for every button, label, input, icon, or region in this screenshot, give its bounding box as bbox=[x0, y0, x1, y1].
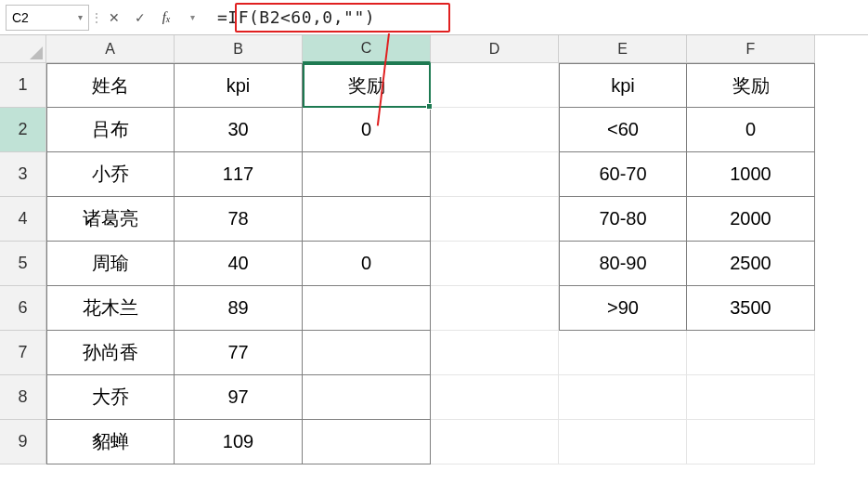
cell-B9[interactable]: 109 bbox=[175, 420, 303, 464]
cell-A1[interactable]: 姓名 bbox=[46, 63, 175, 108]
cell-B1[interactable]: kpi bbox=[175, 63, 303, 108]
cell-B8[interactable]: 97 bbox=[175, 375, 303, 420]
cell-C8[interactable] bbox=[303, 375, 431, 420]
cell-E8[interactable] bbox=[559, 375, 687, 420]
row-header-9[interactable]: 9 bbox=[0, 420, 46, 464]
cell-B7[interactable]: 77 bbox=[175, 331, 303, 375]
spreadsheet-grid[interactable]: A B C D E F 1 姓名 kpi 奖励 kpi 奖励 2 吕布 30 0… bbox=[0, 35, 868, 464]
fx-icon[interactable]: fx bbox=[156, 7, 176, 28]
cell-F5[interactable]: 2500 bbox=[687, 242, 815, 286]
cell-A2[interactable]: 吕布 bbox=[46, 108, 175, 152]
cell-C4[interactable] bbox=[303, 197, 431, 242]
cell-A5[interactable]: 周瑜 bbox=[46, 242, 175, 286]
cell-E1[interactable]: kpi bbox=[559, 63, 687, 108]
formula-text: =IF(B2<60,0,"") bbox=[217, 7, 375, 27]
cell-A6[interactable]: 花木兰 bbox=[46, 286, 175, 331]
col-header-D[interactable]: D bbox=[431, 35, 559, 63]
cell-F1[interactable]: 奖励 bbox=[687, 63, 815, 108]
cell-F9[interactable] bbox=[687, 420, 815, 464]
col-header-C[interactable]: C bbox=[303, 35, 431, 63]
cell-D9[interactable] bbox=[431, 420, 559, 464]
cell-E5[interactable]: 80-90 bbox=[559, 242, 687, 286]
row-header-8[interactable]: 8 bbox=[0, 375, 46, 420]
cancel-icon[interactable]: ✕ bbox=[104, 7, 124, 28]
cell-C6[interactable] bbox=[303, 286, 431, 331]
cell-A3[interactable]: 小乔 bbox=[46, 152, 175, 197]
cell-C3[interactable] bbox=[303, 152, 431, 197]
cell-C7[interactable] bbox=[303, 331, 431, 375]
cell-B3[interactable]: 117 bbox=[175, 152, 303, 197]
cell-A9[interactable]: 貂蝉 bbox=[46, 420, 175, 464]
row-header-6[interactable]: 6 bbox=[0, 286, 46, 331]
cell-D6[interactable] bbox=[431, 286, 559, 331]
col-header-A[interactable]: A bbox=[46, 35, 175, 63]
cell-F8[interactable] bbox=[687, 375, 815, 420]
cell-E7[interactable] bbox=[559, 331, 687, 375]
confirm-icon[interactable]: ✓ bbox=[130, 7, 150, 28]
row-header-7[interactable]: 7 bbox=[0, 331, 46, 375]
cell-E4[interactable]: 70-80 bbox=[559, 197, 687, 242]
cell-D4[interactable] bbox=[431, 197, 559, 242]
name-box[interactable]: C2 ▾ bbox=[6, 5, 89, 31]
cell-D2[interactable] bbox=[431, 108, 559, 152]
cell-D7[interactable] bbox=[431, 331, 559, 375]
row-header-2[interactable]: 2 bbox=[0, 108, 46, 152]
cell-C1[interactable]: 奖励 bbox=[303, 63, 431, 108]
select-all-corner[interactable] bbox=[0, 35, 46, 63]
row-header-1[interactable]: 1 bbox=[0, 63, 46, 108]
cell-B2[interactable]: 30 bbox=[175, 108, 303, 152]
cell-D3[interactable] bbox=[431, 152, 559, 197]
cell-E6[interactable]: >90 bbox=[559, 286, 687, 331]
col-header-B[interactable]: B bbox=[175, 35, 303, 63]
separator-icon: ⋮ bbox=[95, 8, 98, 27]
cell-E2[interactable]: <60 bbox=[559, 108, 687, 152]
cell-A8[interactable]: 大乔 bbox=[46, 375, 175, 420]
cell-D1[interactable] bbox=[431, 63, 559, 108]
cell-F6[interactable]: 3500 bbox=[687, 286, 815, 331]
name-box-value: C2 bbox=[12, 10, 29, 25]
cell-B4[interactable]: 78 bbox=[175, 197, 303, 242]
chevron-down-icon[interactable]: ▾ bbox=[182, 7, 202, 28]
cell-F4[interactable]: 2000 bbox=[687, 197, 815, 242]
col-header-F[interactable]: F bbox=[687, 35, 815, 63]
chevron-down-icon[interactable]: ▾ bbox=[78, 12, 83, 22]
cell-D8[interactable] bbox=[431, 375, 559, 420]
cell-E3[interactable]: 60-70 bbox=[559, 152, 687, 197]
cell-B5[interactable]: 40 bbox=[175, 242, 303, 286]
col-header-E[interactable]: E bbox=[559, 35, 687, 63]
row-header-3[interactable]: 3 bbox=[0, 152, 46, 197]
cell-A7[interactable]: 孙尚香 bbox=[46, 331, 175, 375]
cell-D5[interactable] bbox=[431, 242, 559, 286]
cell-F2[interactable]: 0 bbox=[687, 108, 815, 152]
cell-F7[interactable] bbox=[687, 331, 815, 375]
cell-C5[interactable]: 0 bbox=[303, 242, 431, 286]
row-header-4[interactable]: 4 bbox=[0, 197, 46, 242]
cell-A4[interactable]: 诸葛亮 bbox=[46, 197, 175, 242]
cell-C9[interactable] bbox=[303, 420, 431, 464]
cell-E9[interactable] bbox=[559, 420, 687, 464]
cell-C2[interactable]: 0 bbox=[303, 108, 431, 152]
row-header-5[interactable]: 5 bbox=[0, 242, 46, 286]
cell-B6[interactable]: 89 bbox=[175, 286, 303, 331]
cell-F3[interactable]: 1000 bbox=[687, 152, 815, 197]
formula-bar: C2 ▾ ⋮ ✕ ✓ fx ▾ =IF(B2<60,0,"") bbox=[0, 0, 868, 35]
formula-input[interactable]: =IF(B2<60,0,"") bbox=[208, 5, 862, 31]
